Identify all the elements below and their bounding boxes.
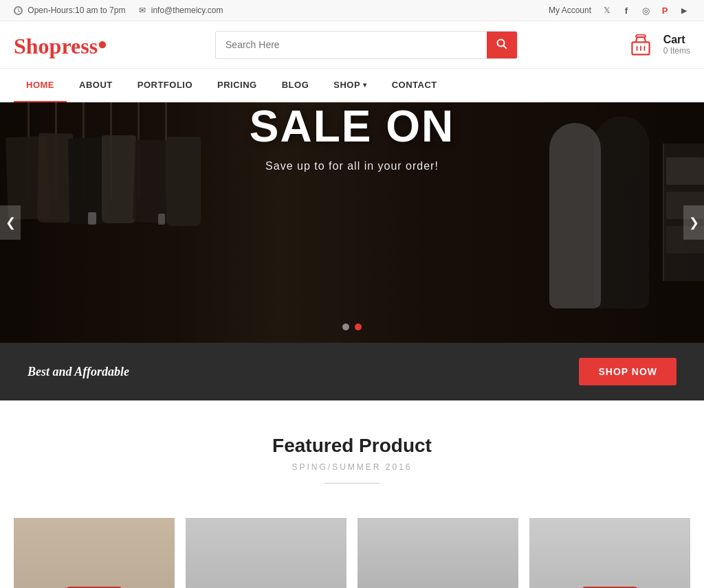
slider-prev-arrow[interactable]: ❮ [0,205,21,240]
facebook-icon[interactable]: f [620,4,632,16]
top-bar-right: My Account 𝕏 f ◎ P ▶ [549,4,690,16]
header: Shopress• Cart 0 Items [0,21,704,69]
nav-item-portfolio[interactable]: PORTFOLIO [125,69,205,101]
shop-now-button[interactable]: Shop Now [579,358,676,385]
product-card-3[interactable] [358,518,518,588]
search-input[interactable] [216,32,487,57]
product-image-3 [358,518,518,588]
logo-shopress: Shopress [14,34,98,58]
nav-item-home[interactable]: HOME [14,69,67,102]
top-bar: Open-Hours:10 am to 7pm ✉ info@themeicy.… [0,0,704,21]
cart-basket-icon [626,32,655,58]
hero-content: SALE ON Save up to for all in your order… [0,102,704,172]
top-bar-left: Open-Hours:10 am to 7pm ✉ info@themeicy.… [14,5,223,15]
slider-next-arrow[interactable]: ❯ [683,205,704,240]
nav-item-about[interactable]: ABOUT [67,69,125,101]
hero-dot-2[interactable] [355,324,362,330]
product-image-1 [14,518,175,588]
logo-dot: • [98,30,107,59]
main-nav: HOME ABOUT PORTFOLIO PRICING BLOG SHOP ▾… [0,69,704,102]
search-button[interactable] [487,32,517,58]
hero-dot-1[interactable] [342,324,349,330]
hero-subtitle: Save up to for all in your order! [0,160,704,172]
product-grid: SALE! [0,518,704,588]
search-icon [496,38,507,49]
logo-text: Shopress• [14,30,107,60]
featured-title: Featured Product [14,435,690,457]
nav-item-blog[interactable]: BLOG [270,69,322,101]
featured-section: Featured Product SPING/SUMMER 2016 [0,400,704,518]
product-card-2[interactable] [186,518,346,588]
hours-info: Open-Hours:10 am to 7pm [14,5,125,15]
svg-point-0 [498,39,505,46]
email-icon: ✉ [139,5,146,15]
hero-dots [342,324,362,330]
pinterest-icon[interactable]: P [659,4,671,16]
featured-subtitle: SPING/SUMMER 2016 [14,462,690,472]
nav-item-shop[interactable]: SHOP ▾ [321,69,379,101]
cart-area[interactable]: Cart 0 Items [626,32,690,58]
shop-dropdown-arrow: ▾ [363,81,367,89]
cart-icon [627,32,654,57]
logo[interactable]: Shopress• [14,30,107,60]
clock-icon [14,6,23,15]
promo-bar: Best and Affordable Shop Now [0,343,704,400]
email-label: info@themeicy.com [151,5,223,15]
cart-count: 0 Items [663,46,690,56]
product-image-4: SALE! [529,518,690,588]
search-bar [215,31,518,59]
twitter-icon[interactable]: 𝕏 [601,4,613,16]
nav-item-contact[interactable]: CONTACT [380,69,450,101]
product-card-4[interactable]: SALE! [529,518,690,588]
social-icons: 𝕏 f ◎ P ▶ [601,4,690,16]
hours-label: Open-Hours:10 am to 7pm [28,5,125,15]
svg-line-1 [504,45,507,49]
nav-item-pricing[interactable]: PRICING [205,69,270,101]
cart-info: Cart 0 Items [663,34,690,56]
cart-label: Cart [663,34,690,46]
product-image-2 [186,518,346,588]
email-info: ✉ info@themeicy.com [139,5,223,15]
hero-title: SALE ON [0,102,704,150]
my-account-link[interactable]: My Account [549,5,591,15]
promo-text: Best and Affordable [28,365,129,379]
hero-slider: SALE ON Save up to for all in your order… [0,102,704,343]
instagram-icon[interactable]: ◎ [639,4,652,16]
youtube-icon[interactable]: ▶ [678,4,690,16]
product-card-1[interactable] [14,518,175,588]
featured-divider [324,483,380,484]
